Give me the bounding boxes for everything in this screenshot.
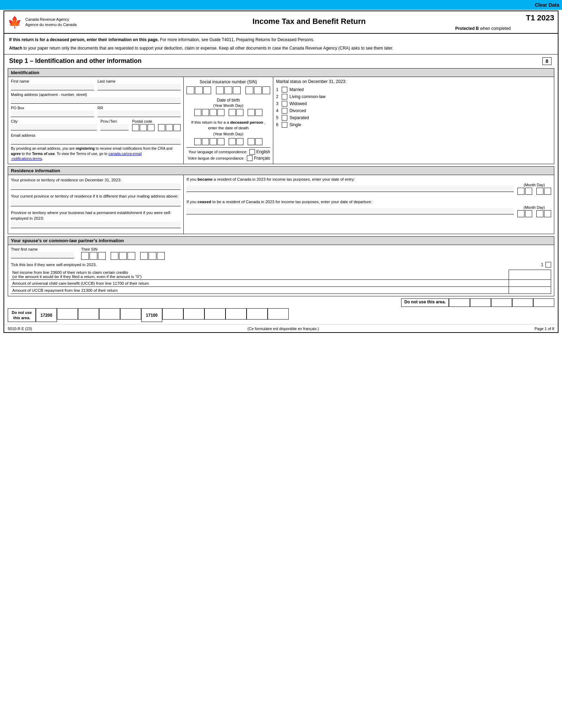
dnu-box-bot-1 bbox=[57, 308, 78, 320]
deceased-sep-2 bbox=[244, 138, 247, 145]
english-checkbox[interactable] bbox=[249, 149, 255, 155]
dob-year-2 bbox=[202, 109, 209, 116]
identification-header: Identification bbox=[8, 69, 554, 77]
main-form-container: 🍁 Canada Revenue Agency Agence du revenu… bbox=[4, 11, 558, 333]
marital-number-3: 3 bbox=[276, 101, 282, 106]
marital-number-6: 6 bbox=[276, 122, 282, 127]
last-name-input[interactable] bbox=[98, 84, 181, 90]
sp-sin-4 bbox=[111, 252, 118, 260]
became-entry-input[interactable] bbox=[187, 186, 514, 192]
email-notice-terms: Terms of use bbox=[32, 152, 55, 156]
notice-1-rest: For more information, see Guide T4011, P… bbox=[160, 37, 314, 42]
step-1-heading: 8 Step 1 – Identification and other info… bbox=[4, 54, 558, 66]
rr-field: RR bbox=[98, 106, 181, 117]
became-m1 bbox=[517, 188, 524, 195]
step-number-badge: 8 bbox=[542, 57, 551, 65]
last-name-label: Last name bbox=[98, 79, 181, 83]
deceased-day-1 bbox=[248, 138, 255, 145]
dnu-box-bot-5 bbox=[162, 308, 183, 320]
prov-input[interactable] bbox=[100, 124, 129, 130]
id-right-col: Marital status on December 31, 2023: 1 M… bbox=[273, 77, 554, 164]
email-notice-2: to receive email notifications from the … bbox=[95, 146, 172, 150]
sp-sin-1 bbox=[81, 252, 89, 260]
tick-row: Tick this box if they were self-employed… bbox=[11, 262, 551, 268]
city-input[interactable] bbox=[11, 124, 97, 130]
dnu-box-bot-9 bbox=[247, 308, 268, 320]
marital-row-2: 2 Living common-law bbox=[276, 94, 551, 99]
became-date-boxes bbox=[517, 188, 551, 195]
marital-checkbox-6[interactable] bbox=[282, 122, 287, 128]
marital-checkbox-3[interactable] bbox=[282, 101, 287, 107]
marital-number-1: 1 bbox=[276, 87, 282, 92]
pobox-field: PO Box bbox=[11, 106, 94, 117]
lang-french-row: Votre langue de correspondance : Françai… bbox=[187, 155, 270, 161]
notice-section: If this return is for a deceased person,… bbox=[4, 34, 558, 54]
ceased-departure-input[interactable] bbox=[187, 208, 514, 214]
dob-section: Date of birth (Year Month Day) bbox=[187, 98, 270, 116]
ceased-rest: to be a resident of Canada in 2023 for i… bbox=[211, 200, 372, 204]
francais-checkbox[interactable] bbox=[247, 155, 253, 161]
sin-box-4[interactable] bbox=[216, 86, 224, 94]
dob-day-2 bbox=[255, 109, 262, 116]
francais-label: Français bbox=[254, 156, 270, 161]
spouse-row-1-input[interactable] bbox=[510, 272, 549, 277]
first-name-input[interactable] bbox=[11, 84, 94, 90]
email-notice-agree: agree bbox=[11, 152, 21, 156]
res-field-2-label: Your current province or territory of re… bbox=[11, 193, 181, 199]
dob-boxes bbox=[187, 109, 270, 116]
sin-box-9[interactable] bbox=[262, 86, 270, 94]
became-entry-row: (Month Day) bbox=[187, 183, 551, 195]
pobox-input[interactable] bbox=[11, 111, 94, 117]
deceased-subtitle: (Year Month Day) bbox=[187, 131, 270, 137]
email-input[interactable] bbox=[11, 138, 181, 144]
do-not-use-label: Do not usethis area. bbox=[12, 310, 32, 320]
sin-box-7[interactable] bbox=[246, 86, 253, 94]
sp-sin-9 bbox=[157, 252, 165, 260]
dob-title: Date of birth bbox=[187, 98, 270, 103]
rr-input[interactable] bbox=[98, 111, 181, 117]
sin-boxes bbox=[187, 86, 270, 94]
marital-checkbox-4[interactable] bbox=[282, 108, 287, 114]
notice-1: If this return is for a deceased person,… bbox=[9, 37, 553, 43]
marital-checkbox-2[interactable] bbox=[282, 94, 287, 99]
prov-label: Prov./Terr. bbox=[100, 119, 129, 123]
maple-leaf-icon: 🍁 bbox=[8, 15, 22, 29]
sp-sin-2 bbox=[90, 252, 97, 260]
residence-header: Residence information bbox=[8, 167, 554, 175]
marital-checkbox-5[interactable] bbox=[282, 115, 287, 121]
spouse-row-2-input[interactable] bbox=[510, 281, 549, 286]
spouse-row-2-val bbox=[509, 280, 551, 287]
sin-box-2[interactable] bbox=[195, 86, 203, 94]
footer-form-code: 5010-R E (23) bbox=[8, 327, 32, 331]
spouse-row-3-input[interactable] bbox=[510, 288, 549, 293]
english-label: English bbox=[256, 149, 270, 154]
res-field-3-input[interactable] bbox=[11, 222, 181, 228]
sin-box-6[interactable] bbox=[233, 86, 241, 94]
dob-year-4 bbox=[217, 109, 224, 116]
spouse-name-input[interactable] bbox=[11, 252, 74, 258]
res-field-2-input[interactable] bbox=[11, 200, 181, 206]
postal-label: Postal code bbox=[132, 119, 181, 123]
ceased-date-boxes bbox=[517, 210, 551, 217]
sin-box-1[interactable] bbox=[187, 86, 194, 94]
tick-checkbox[interactable] bbox=[545, 262, 551, 268]
email-notice-3: to the bbox=[21, 152, 32, 156]
spouse-row-1-val bbox=[509, 270, 551, 280]
marital-checkbox-1[interactable] bbox=[282, 87, 287, 92]
first-name-field: First name bbox=[11, 79, 94, 90]
mailing-address-input[interactable] bbox=[11, 97, 181, 104]
first-name-label: First name bbox=[11, 79, 94, 83]
tick-label: Tick this box if they were self-employed… bbox=[11, 263, 540, 267]
marital-row-6: 6 Single bbox=[276, 122, 551, 128]
sin-box-5[interactable] bbox=[224, 86, 232, 94]
clear-data-button[interactable]: Clear Data bbox=[532, 1, 562, 8]
sp-sin-8 bbox=[149, 252, 156, 260]
sin-box-3[interactable] bbox=[203, 86, 211, 94]
mailing-address-field: Mailing address (apartment - number, str… bbox=[11, 92, 181, 104]
sin-box-8[interactable] bbox=[254, 86, 262, 94]
spouse-row-1-line2: (or the amount it would be if they filed… bbox=[12, 275, 507, 279]
lang-correspondence-en: Your language of correspondence: bbox=[187, 150, 249, 154]
form-number: T1 2023 bbox=[512, 13, 554, 31]
dnu-box-top-1 bbox=[449, 298, 470, 307]
res-field-1-input[interactable] bbox=[11, 183, 181, 190]
